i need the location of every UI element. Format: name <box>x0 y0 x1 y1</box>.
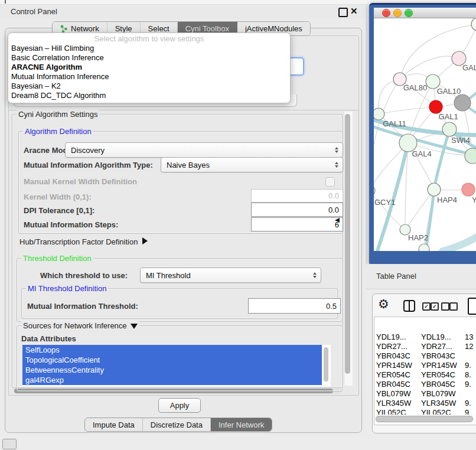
gear-icon[interactable]: ⚙ <box>378 297 389 311</box>
kernel-width-field[interactable]: 0.0 <box>251 189 343 203</box>
checked-checkbox-icon-2[interactable]: ✓ <box>431 302 439 311</box>
tab-jactivemnodules-label: jActiveMNodules <box>245 24 302 33</box>
tab-infer-network[interactable]: Infer Network <box>211 418 272 431</box>
threshold-definition-title: Threshold Definition <box>21 254 93 263</box>
tab-cyni-toolbox-label: Cyni Toolbox <box>185 24 229 33</box>
mi-type-value: Naive Bayes <box>167 161 210 169</box>
network-node-gal1[interactable] <box>429 100 442 113</box>
table-row[interactable]: YPR145WYPR145W9. <box>374 361 476 370</box>
network-node[interactable] <box>419 244 429 251</box>
sources-title-text: Sources for Network Inference <box>23 321 127 330</box>
network-node[interactable] <box>454 94 471 111</box>
table-cell: YDR27... <box>421 342 452 351</box>
cyni-settings-group-title: Cyni Algorithm Settings <box>17 110 99 119</box>
table-cell: YLR345W <box>376 399 411 408</box>
table-cell: YLR345W <box>421 399 456 408</box>
close-icon[interactable]: ✕ <box>350 6 358 17</box>
node-label: SWI4 <box>451 136 470 145</box>
dpi-tolerance-label: DPI Tolerance [0,1]: <box>24 206 94 215</box>
network-node[interactable] <box>471 18 476 31</box>
dpi-tolerance-value: 0.0 <box>328 206 339 214</box>
mi-type-label: Mutual Information Algorithm Type: <box>24 161 153 169</box>
tab-infer-network-label: Infer Network <box>219 420 264 429</box>
network-node-hap4[interactable] <box>428 183 441 196</box>
algorithm-option[interactable]: Dream8 DC_TDC Algorithm <box>8 91 290 100</box>
window-title: Control Panel <box>11 7 57 16</box>
attributes-vscrollbar-thumb[interactable] <box>324 347 328 381</box>
attribute-item[interactable]: BetweennessCentrality <box>22 365 322 375</box>
focused-combo-fragment <box>289 57 304 76</box>
mi-type-combo[interactable]: Naive Bayes <box>161 157 343 172</box>
dpi-tolerance-field[interactable]: 0.0 <box>251 203 343 217</box>
table-row[interactable]: YLR345WYLR345W9. <box>374 399 476 408</box>
bottom-tabbar: Impute Data Discretize Data Infer Networ… <box>84 418 272 432</box>
table-cell: YBR045C <box>376 380 410 389</box>
hub-definition-expander[interactable]: Hub/Transcription Factor Definition <box>19 237 148 246</box>
checked-checkbox-icon-1[interactable]: ✓ <box>422 302 431 311</box>
close-traffic-light[interactable] <box>382 9 390 17</box>
network-node-gal11[interactable] <box>374 108 384 120</box>
expand-right-icon <box>142 237 148 244</box>
which-threshold-value: MI Threshold <box>146 271 191 280</box>
screen: Control Panel ✕ Network Style Select Cyn… <box>0 0 476 450</box>
unchecked-checkbox-icon-1[interactable] <box>441 302 449 311</box>
page-icon[interactable] <box>468 298 476 315</box>
tab-style-label: Style <box>115 24 132 33</box>
settings-vscrollbar-thumb[interactable] <box>345 114 350 374</box>
table-row[interactable]: YBR043CYBR043C <box>374 351 476 361</box>
mi-threshold-field[interactable]: 0.5 <box>248 298 341 314</box>
unchecked-checkbox-icon-2[interactable] <box>449 302 458 311</box>
algorithm-option[interactable]: Basic Correlation Inference <box>8 53 290 63</box>
algorithm-option[interactable]: ARACNE Algorithm <box>8 63 290 72</box>
algorithm-option[interactable]: Bayesian – Hill Climbing <box>8 44 290 53</box>
table-row[interactable]: YDL19...YDL19...13 <box>374 332 476 342</box>
attribute-item[interactable]: TopologicalCoefficient <box>22 355 322 365</box>
network-icon <box>60 25 68 33</box>
node-label: GAL11 <box>383 119 406 128</box>
attribute-item[interactable]: SelfLoops <box>22 345 322 355</box>
table-row[interactable]: YER054CYER054C8. <box>374 370 476 380</box>
hub-definition-label: Hub/Transcription Factor Definition <box>19 237 138 246</box>
network-view-window: GALGAL80GAL10GAL1GAL11SWI4GAL4GCY1HAP4YH… <box>369 3 476 266</box>
table-hscrollbar-thumb[interactable] <box>376 416 473 422</box>
tab-impute-data[interactable]: Impute Data <box>85 418 143 431</box>
algorithm-option[interactable]: Mutual Information Inference <box>8 72 290 81</box>
network-node-y[interactable] <box>462 183 475 196</box>
float-window-icon[interactable] <box>338 8 348 17</box>
tab-discretize-data[interactable]: Discretize Data <box>143 418 211 431</box>
columns-icon[interactable] <box>403 300 415 312</box>
network-node-swi4[interactable] <box>442 122 457 136</box>
network-node[interactable] <box>465 148 476 164</box>
algorithm-option[interactable]: Bayesian – K2 <box>8 81 290 91</box>
minimized-panel-button[interactable] <box>2 439 17 449</box>
aracne-mode-combo[interactable]: Discovery <box>65 142 343 158</box>
apply-button[interactable]: Apply <box>158 398 201 413</box>
network-window-titlebar <box>374 8 476 18</box>
data-attributes-label: Data Attributes <box>21 334 76 343</box>
table-row[interactable]: YBL079WYBL079W <box>374 389 476 399</box>
attribute-item[interactable]: gal4RGexp <box>22 375 322 385</box>
minimize-traffic-light[interactable] <box>393 9 402 17</box>
table-cell: YER054C <box>376 370 410 380</box>
table-cell: YBL079W <box>421 389 456 399</box>
top-tick <box>5 0 6 4</box>
mi-steps-field[interactable]: 6 <box>251 217 343 231</box>
sources-group-title[interactable]: Sources for Network Inference <box>21 321 139 330</box>
mi-steps-label: Mutual Information Steps: <box>24 220 118 229</box>
which-threshold-label: Which threshold to use: <box>40 271 128 280</box>
network-node-gcy1[interactable] <box>374 185 375 196</box>
zoom-traffic-light[interactable] <box>405 9 413 17</box>
table-row[interactable]: YDR27...YDR27...12 <box>374 342 476 351</box>
table-body: YDL19...YDL19...13YDR27...YDR27...12YBR0… <box>374 332 476 415</box>
manual-kernel-checkbox[interactable] <box>325 177 335 187</box>
control-panel-titlebar: Control Panel ✕ <box>0 5 366 19</box>
which-threshold-combo[interactable]: MI Threshold <box>140 268 321 283</box>
tab-select-label: Select <box>148 24 169 33</box>
control-panel-window: Control Panel ✕ Network Style Select Cyn… <box>0 5 367 435</box>
network-canvas[interactable]: GALGAL80GAL10GAL1GAL11SWI4GAL4GCY1HAP4YH… <box>374 18 476 251</box>
kernel-width-value: 0.0 <box>328 191 339 200</box>
table-row[interactable]: YBR045CYBR045C9. <box>374 380 476 389</box>
table-panel-header: Table Panel <box>366 264 476 289</box>
mouse-cursor <box>335 218 340 223</box>
collapse-down-icon <box>131 324 138 329</box>
